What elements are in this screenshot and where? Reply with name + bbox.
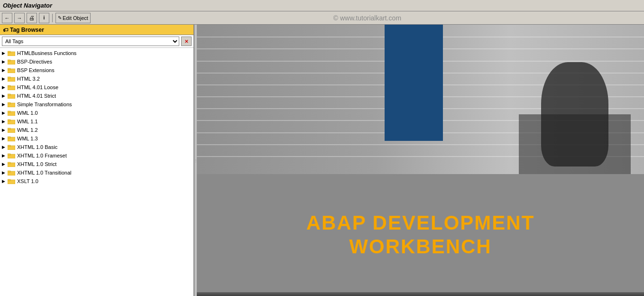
- watermark-text: © www.tutorialkart.com: [333, 14, 401, 22]
- expand-arrow: ▶: [2, 153, 7, 158]
- right-panel: ABAP DEVELOPMENT WORKBENCH: [197, 25, 644, 296]
- expand-arrow: ▶: [2, 170, 7, 175]
- tags-dropdown[interactable]: All Tags HTML Tags BSP Tags: [2, 37, 179, 46]
- tree-item-xhtml10basic[interactable]: ▶ XHTML 1.0 Basic: [0, 143, 193, 151]
- tree-item-label: XHTML 1.0 Basic: [17, 144, 57, 150]
- tree-item-simpletransformations[interactable]: ▶ Simple Transformations: [0, 100, 193, 109]
- folder-icon: [8, 102, 15, 107]
- folder-icon: [8, 153, 15, 158]
- svg-rect-29: [8, 171, 10, 172]
- svg-rect-23: [8, 145, 10, 147]
- info-button[interactable]: i: [39, 13, 49, 23]
- clear-icon: ✕: [184, 39, 188, 44]
- expand-arrow: ▶: [2, 162, 7, 166]
- tree-item-xhtml10frameset[interactable]: ▶ XHTML 1.0 Frameset: [0, 151, 193, 160]
- info-icon: i: [44, 15, 45, 20]
- expand-arrow: ▶: [2, 85, 7, 90]
- back-icon: ←: [5, 15, 10, 21]
- folder-icon: [8, 144, 15, 150]
- tree-item-label: WML 1.2: [17, 127, 38, 133]
- folder-icon: [8, 161, 15, 167]
- panel-header: 🏷 Tag Browser: [0, 25, 193, 35]
- folder-icon: [8, 119, 15, 124]
- title-bar: Object Navigator: [0, 0, 644, 11]
- expand-arrow: ▶: [2, 59, 7, 64]
- tree-item-label: HTML 4.01 Loose: [17, 84, 58, 90]
- edit-object-label: Edit Object: [63, 15, 88, 21]
- tree-item-label: WML 1.3: [17, 136, 38, 141]
- tree-item-html32[interactable]: ▶ HTML 3.2: [0, 74, 193, 83]
- splash-title-line2: WORKBENCH: [349, 235, 491, 259]
- tree-item-xhtml10strict[interactable]: ▶ XHTML 1.0 Strict: [0, 160, 193, 168]
- edit-object-button[interactable]: ✎ Edit Object: [55, 13, 91, 23]
- svg-rect-15: [8, 111, 10, 112]
- tree-item-xhtml10transitional[interactable]: ▶ XHTML 1.0 Transitional: [0, 168, 193, 177]
- expand-arrow: ▶: [2, 136, 7, 141]
- svg-rect-25: [8, 154, 10, 155]
- clear-button[interactable]: ✕: [181, 37, 192, 46]
- print-icon: 🖨: [29, 15, 35, 21]
- svg-rect-31: [8, 179, 10, 181]
- tree-item-wml11[interactable]: ▶ WML 1.1: [0, 117, 193, 126]
- folder-icon: [8, 170, 15, 176]
- tree-item-label: XHTML 1.0 Frameset: [17, 153, 67, 158]
- print-button[interactable]: 🖨: [27, 13, 37, 23]
- expand-arrow: ▶: [2, 179, 7, 184]
- tag-browser-icon: 🏷: [3, 27, 8, 33]
- expand-arrow: ▶: [2, 68, 7, 73]
- tree-item-label: XHTML 1.0 Strict: [17, 161, 56, 167]
- tree-item-label: HTML 4.01 Strict: [17, 93, 56, 99]
- tree-item-wml12[interactable]: ▶ WML 1.2: [0, 126, 193, 134]
- expand-arrow: ▶: [2, 51, 7, 56]
- tree-item-label: Simple Transformations: [17, 102, 72, 107]
- back-button[interactable]: ←: [2, 13, 12, 23]
- folder-icon: [8, 93, 15, 99]
- folder-icon: [8, 59, 15, 65]
- svg-rect-11: [8, 94, 10, 95]
- toolbar: ← → 🖨 i ✎ Edit Object © www.tutorialkart…: [0, 11, 644, 25]
- tree-item-html401loose[interactable]: ▶ HTML 4.01 Loose: [0, 83, 193, 92]
- svg-rect-7: [8, 77, 10, 78]
- tree-item-bsp-directives[interactable]: ▶ BSP-Directives: [0, 57, 193, 66]
- splash-photo-area: [197, 25, 644, 174]
- main-container: 🏷 Tag Browser All Tags HTML Tags BSP Tag…: [0, 25, 644, 296]
- forward-icon: →: [17, 15, 22, 21]
- toolbar-separator: [52, 14, 53, 22]
- folder-icon: [8, 76, 15, 82]
- svg-rect-1: [8, 51, 10, 53]
- svg-rect-9: [8, 85, 10, 87]
- expand-arrow: ▶: [2, 128, 7, 132]
- tree-item-label: XHTML 1.0 Transitional: [17, 170, 72, 176]
- svg-rect-21: [8, 137, 10, 138]
- tree-item-wml10[interactable]: ▶ WML 1.0: [0, 109, 193, 117]
- tree-item-html401strict[interactable]: ▶ HTML 4.01 Strict: [0, 92, 193, 100]
- dropdown-row: All Tags HTML Tags BSP Tags ✕: [0, 35, 193, 48]
- tree-item-label: BSP-Directives: [17, 59, 52, 65]
- blue-rectangle: [385, 25, 443, 141]
- tree-item-htmlbusiness[interactable]: ▶ HTMLBusiness Functions: [0, 49, 193, 57]
- edit-icon: ✎: [58, 15, 62, 20]
- expand-arrow: ▶: [2, 119, 7, 124]
- title-bar-label: Object Navigator: [3, 2, 52, 9]
- tree-item-wml13[interactable]: ▶ WML 1.3: [0, 134, 193, 143]
- left-panel: 🏷 Tag Browser All Tags HTML Tags BSP Tag…: [0, 25, 194, 296]
- tree-item-label: XSLT 1.0: [17, 178, 38, 184]
- tree-list[interactable]: ▶ HTMLBusiness Functions ▶ BS: [0, 48, 193, 296]
- folder-icon: [8, 110, 15, 116]
- tree-item-label: WML 1.0: [17, 110, 38, 116]
- tree-item-bsp-extensions[interactable]: ▶ BSP Extensions: [0, 66, 193, 74]
- svg-rect-3: [8, 60, 10, 61]
- splash-title-line1: ABAP DEVELOPMENT: [306, 211, 535, 235]
- forward-button[interactable]: →: [14, 13, 25, 23]
- tree-item-label: BSP Extensions: [17, 67, 55, 73]
- furniture-area: [519, 114, 631, 174]
- panel-header-label: Tag Browser: [10, 27, 44, 33]
- tree-item-label: WML 1.1: [17, 119, 38, 124]
- svg-rect-13: [8, 102, 10, 104]
- tree-item-xslt10[interactable]: ▶ XSLT 1.0: [0, 177, 193, 185]
- expand-arrow: ▶: [2, 111, 7, 115]
- splash-image: ABAP DEVELOPMENT WORKBENCH: [197, 25, 644, 296]
- svg-rect-17: [8, 120, 10, 121]
- tree-item-label: HTMLBusiness Functions: [17, 50, 76, 56]
- expand-arrow: ▶: [2, 76, 7, 81]
